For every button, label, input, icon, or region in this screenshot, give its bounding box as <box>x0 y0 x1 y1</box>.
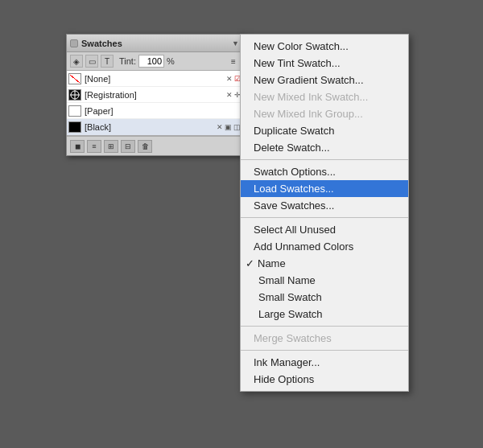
panel-menu-button[interactable]: ≡ <box>228 55 239 67</box>
percent-label: % <box>167 56 175 66</box>
menu-item-save-swatches[interactable]: Save Swatches... <box>241 197 408 214</box>
large-view-button[interactable]: ⊟ <box>121 140 135 153</box>
divider-2 <box>241 217 408 218</box>
panel-titlebar: Swatches ▼ <box>67 35 242 52</box>
small-view-button[interactable]: ⊞ <box>104 140 118 153</box>
swatch-row-registration[interactable]: [Registration] ✕ ✛ <box>67 87 242 103</box>
format-icon-3[interactable]: T <box>101 55 114 68</box>
tint-label: Tint: <box>119 56 136 66</box>
swatch-row-paper[interactable]: [Paper] <box>67 103 242 119</box>
menu-item-duplicate[interactable]: Duplicate Swatch <box>241 122 408 139</box>
menu-item-delete[interactable]: Delete Swatch... <box>241 139 408 156</box>
menu-item-ink-manager[interactable]: Ink Manager... <box>241 354 408 371</box>
panel-toolbar: ◈ ▭ T Tint: % ≡ <box>67 52 242 71</box>
no-print-icon3: ✕ <box>217 123 223 131</box>
new-swatch-button[interactable]: ◼ <box>70 140 85 153</box>
delete-swatch-button[interactable]: 🗑 <box>138 140 152 153</box>
list-view-button[interactable]: ≡ <box>87 140 101 153</box>
panel-bottom-toolbar: ◼ ≡ ⊞ ⊟ 🗑 <box>67 136 242 155</box>
menu-item-new-mixed-ink-group: New Mixed Ink Group... <box>241 105 408 122</box>
menu-item-large-swatch[interactable]: Large Swatch <box>241 306 408 323</box>
menu-item-small-swatch[interactable]: Small Swatch <box>241 289 408 306</box>
menu-item-small-name[interactable]: Small Name <box>241 272 408 289</box>
menu-item-new-gradient[interactable]: New Gradient Swatch... <box>241 72 408 88</box>
no-print-icon2: ✕ <box>226 91 233 99</box>
swatch-type-icon: ▣ <box>225 123 232 131</box>
swatch-color-black <box>68 121 81 133</box>
tint-input[interactable] <box>138 55 164 68</box>
menu-item-select-all-unused[interactable]: Select All Unused <box>241 221 408 238</box>
menu-item-name-view[interactable]: ✓Name <box>241 255 408 272</box>
menu-item-swatch-options[interactable]: Swatch Options... <box>241 163 408 180</box>
menu-item-new-color[interactable]: New Color Swatch... <box>241 38 408 55</box>
menu-item-load-swatches[interactable]: Load Swatches... <box>241 180 408 197</box>
format-icon-2[interactable]: ▭ <box>85 55 98 68</box>
swatch-name-none: [None] <box>85 74 226 84</box>
swatch-name-black: [Black] <box>85 122 217 132</box>
context-menu: New Color Swatch... New Tint Swatch... N… <box>240 34 409 392</box>
swatch-list: [None] ✕ ☑ [Registration] ✕ ✛ [Paper] <box>67 71 242 136</box>
divider-1 <box>241 159 408 160</box>
divider-3 <box>241 326 408 327</box>
swatch-color-none <box>68 73 81 84</box>
menu-item-merge-swatches: Merge Swatches <box>241 330 408 347</box>
swatches-panel: Swatches ▼ ◈ ▭ T Tint: % ≡ [None] ✕ ☑ [R… <box>66 34 243 156</box>
panel-collapse-button[interactable]: ▼ <box>232 39 239 47</box>
swatch-icons-none: ✕ ☑ <box>226 75 241 83</box>
panel-title-left: Swatches <box>70 39 122 48</box>
swatch-color-paper <box>68 105 81 117</box>
swatch-icons-registration: ✕ ✛ <box>226 91 241 99</box>
divider-4 <box>241 350 408 351</box>
swatch-row-black[interactable]: [Black] ✕ ▣ ◫ <box>67 119 242 135</box>
swatch-name-registration: [Registration] <box>85 90 226 100</box>
menu-item-hide-options[interactable]: Hide Options <box>241 371 408 388</box>
format-icon-1[interactable]: ◈ <box>70 55 83 68</box>
menu-item-new-mixed-ink: New Mixed Ink Swatch... <box>241 88 408 105</box>
panel-close-button[interactable] <box>70 39 78 47</box>
swatch-row-none[interactable]: [None] ✕ ☑ <box>67 71 242 87</box>
panel-title: Swatches <box>81 39 122 48</box>
menu-item-add-unnamed[interactable]: Add Unnamed Colors <box>241 238 408 255</box>
swatch-name-paper: [Paper] <box>85 106 241 116</box>
no-print-icon: ✕ <box>226 75 233 83</box>
swatch-icons-black: ✕ ▣ ◫ <box>217 123 241 131</box>
menu-item-new-tint[interactable]: New Tint Swatch... <box>241 55 408 72</box>
swatch-color-registration <box>68 89 81 101</box>
check-mark: ✓ <box>246 257 254 269</box>
